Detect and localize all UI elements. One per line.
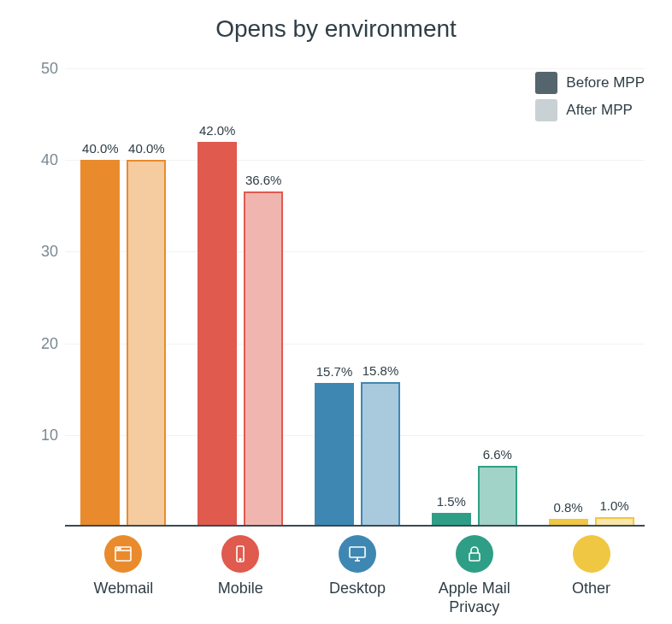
bar-value-label: 42.0% (199, 123, 236, 138)
y-tick-label: 10 (27, 426, 58, 444)
x-axis-label: Desktop (329, 580, 386, 598)
y-tick-label: 30 (27, 243, 58, 261)
bar-group: 40.0%40.0% (80, 160, 166, 527)
chart-container: Opens by environment Before MPP After MP… (0, 0, 672, 624)
legend-item-after: After MPP (535, 99, 645, 121)
desktop-icon (339, 535, 376, 573)
bar-value-label: 15.8% (363, 363, 399, 378)
plot-area: Before MPP After MPP 1020304050 40.0%40.… (65, 68, 650, 527)
bar-after: 36.6% (244, 191, 283, 527)
bar-group: 1.5%6.6% (432, 466, 517, 527)
bar-after: 40.0% (127, 160, 166, 527)
legend-swatch-after (535, 99, 557, 121)
bar-before: 40.0% (80, 160, 120, 527)
svg-point-2 (118, 548, 119, 549)
chart-title: Opens by environment (0, 0, 672, 43)
bar-value-label: 40.0% (82, 141, 119, 156)
svg-rect-6 (350, 547, 365, 557)
bar-value-label: 40.0% (128, 141, 165, 156)
bar-group: 15.7%15.8% (315, 382, 400, 527)
bar-value-label: 0.8% (553, 500, 582, 515)
legend-item-before: Before MPP (535, 72, 645, 94)
y-tick-label: 40 (27, 151, 58, 169)
x-axis-item: Other (540, 535, 643, 598)
legend-label: After MPP (566, 102, 632, 119)
x-axis-label: Apple Mail Privacy (439, 580, 510, 616)
webmail-icon (104, 535, 142, 573)
legend-swatch-before (535, 72, 557, 94)
none-icon (573, 535, 610, 573)
bar-before: 42.0% (197, 142, 237, 527)
svg-point-5 (239, 559, 241, 561)
svg-rect-9 (469, 553, 480, 561)
x-axis-item: Mobile (189, 535, 292, 598)
bar-value-label: 1.5% (437, 494, 466, 509)
mobile-icon (221, 535, 259, 573)
x-axis-item: Apple Mail Privacy (423, 535, 526, 616)
y-tick-label: 50 (27, 60, 58, 78)
x-axis-item: Desktop (306, 535, 409, 598)
x-axis-item: Webmail (72, 535, 174, 598)
bar-value-label: 36.6% (245, 173, 282, 187)
legend: Before MPP After MPP (535, 72, 645, 127)
lock-icon (456, 535, 493, 573)
y-tick-label: 20 (27, 334, 58, 352)
bar-value-label: 1.0% (599, 498, 628, 513)
grid-line (65, 68, 645, 69)
bar-group: 42.0%36.6% (197, 142, 283, 527)
bar-value-label: 15.7% (316, 364, 353, 379)
x-axis-label: Other (572, 580, 610, 598)
x-axis-baseline (65, 525, 645, 527)
bar-after: 15.8% (361, 382, 400, 527)
bar-after: 6.6% (478, 466, 517, 527)
bar-value-label: 6.6% (483, 447, 512, 462)
legend-label: Before MPP (566, 74, 645, 91)
svg-point-3 (120, 548, 121, 549)
x-axis-label: Webmail (94, 580, 154, 598)
x-axis-label: Mobile (218, 580, 263, 598)
x-axis: Webmail Mobile Desktop Apple Mail Privac… (65, 535, 650, 615)
bar-before: 15.7% (315, 383, 354, 527)
